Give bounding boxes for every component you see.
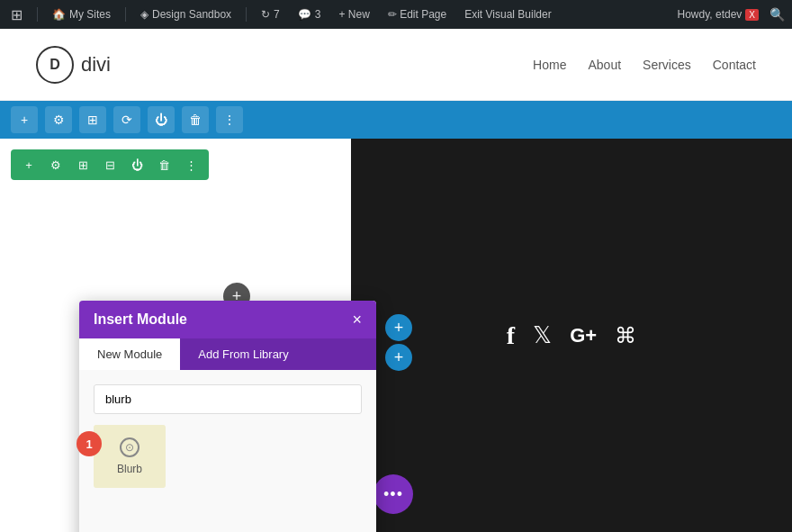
row-toolbar: + ⚙ ⊞ ⊟ ⏻ 🗑 ⋮ [11,149,209,180]
howdy-item[interactable]: Howdy, etdev X [674,8,762,21]
twitter-icon[interactable]: 𝕏 [533,321,552,349]
nav-about[interactable]: About [588,58,621,72]
toolbar-history-btn[interactable]: ⟳ [113,106,140,133]
sites-icon: 🏠 [52,8,66,21]
updates-btn[interactable]: ↻ 7 [257,8,284,21]
module-search-input[interactable] [94,384,362,414]
updates-icon: ↻ [261,8,270,21]
row-more-btn[interactable]: ⋮ [180,154,202,176]
tab-add-from-library[interactable]: Add From Library [180,338,306,370]
rss-icon[interactable]: ⌘ [615,323,636,348]
nav-services[interactable]: Services [643,58,691,72]
module-grid: ⊙ Blurb [94,425,362,488]
black-section: f 𝕏 G+ ⌘ [351,139,792,532]
dialog-body: ⊙ Blurb [79,370,376,532]
main-content: + ⚙ ⊞ ⊟ ⏻ 🗑 ⋮ + + + f 𝕏 G+ ⌘ Insert Modu… [0,139,792,532]
design-sandbox-label: Design Sandbox [152,8,231,21]
sandbox-icon: ◈ [140,8,148,21]
toolbar-undo-btn[interactable]: ⏻ [148,106,175,133]
toolbar-settings-btn[interactable]: ⚙ [45,106,72,133]
exit-vb-label: Exit Visual Builder [464,8,552,21]
comments-icon: 💬 [298,8,311,21]
nav-home[interactable]: Home [533,58,566,72]
toolbar-layers-btn[interactable]: ⊞ [79,106,106,133]
insert-module-dialog: Insert Module × New Module Add From Libr… [79,301,376,532]
edit-page-label: ✏ Edit Page [388,8,446,21]
admin-search-icon[interactable]: 🔍 [770,7,785,22]
module-item-blurb[interactable]: ⊙ Blurb [94,425,166,488]
wp-icon[interactable]: ⊞ [7,6,26,23]
dialog-tabs: New Module Add From Library [79,338,376,370]
logo-letter: D [50,57,60,73]
divider-2 [125,7,126,22]
row-disable-btn[interactable]: ⏻ [126,154,148,176]
row-columns-btn[interactable]: ⊟ [99,154,121,176]
googleplus-icon[interactable]: G+ [570,324,597,347]
divider-1 [37,7,38,22]
howdy-text: Howdy, etdev [678,8,742,21]
divider-3 [246,7,247,22]
facebook-icon[interactable]: f [507,321,515,350]
toolbar-add-btn[interactable]: + [11,106,38,133]
add-column-btn-2[interactable]: + [385,344,412,371]
dialog-close-btn[interactable]: × [352,311,362,328]
wp-logo: ⊞ [11,6,22,23]
row-add-btn[interactable]: + [18,154,40,176]
site-header: D divi Home About Services Contact [0,29,792,101]
my-sites-btn[interactable]: 🏠 My Sites [49,8,114,21]
toolbar-more-btn[interactable]: ⋮ [216,106,243,133]
logo-circle: D [36,46,74,84]
step-badge-1: 1 [76,431,102,456]
howdy-badge: X [745,9,759,21]
dialog-title: Insert Module [94,311,187,328]
dialog-header: Insert Module × [79,301,376,338]
new-btn[interactable]: + New [335,8,373,21]
admin-bar-right: Howdy, etdev X 🔍 [674,7,785,22]
admin-bar: ⊞ 🏠 My Sites ◈ Design Sandbox ↻ 7 💬 3 + … [0,0,792,29]
exit-vb-btn[interactable]: Exit Visual Builder [461,8,555,21]
builder-toolbar: + ⚙ ⊞ ⟳ ⏻ 🗑 ⋮ [0,101,792,139]
toolbar-delete-btn[interactable]: 🗑 [182,106,209,133]
comments-count: 3 [315,8,321,21]
my-sites-label: My Sites [69,8,111,21]
row-delete-btn[interactable]: 🗑 [153,154,175,176]
site-nav: Home About Services Contact [533,58,756,72]
row-layout-btn[interactable]: ⊞ [72,154,94,176]
row-settings-btn[interactable]: ⚙ [45,154,67,176]
nav-contact[interactable]: Contact [713,58,756,72]
add-column-btn-1[interactable]: + [385,314,412,341]
updates-count: 7 [274,8,280,21]
module-item-label: Blurb [117,463,142,475]
purple-dots-btn[interactable]: ••• [374,474,413,514]
logo-name: divi [81,53,111,77]
new-label: + New [338,8,369,21]
design-sandbox-btn[interactable]: ◈ Design Sandbox [137,8,235,21]
logo: D divi [36,46,111,84]
comments-btn[interactable]: 💬 3 [294,8,325,21]
blurb-icon: ⊙ [120,437,140,457]
tab-new-module[interactable]: New Module [79,338,180,370]
edit-page-btn[interactable]: ✏ Edit Page [384,8,450,21]
